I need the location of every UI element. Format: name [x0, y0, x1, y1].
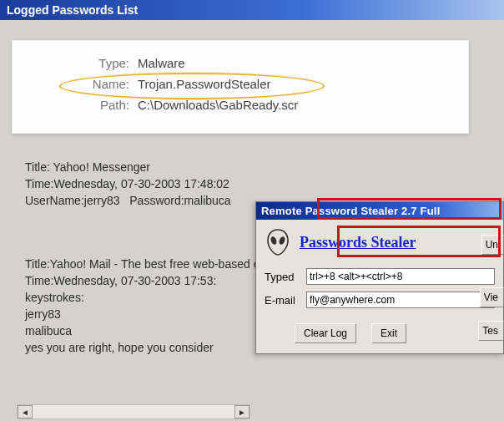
scrollbar-horizontal[interactable]: ◄ ►	[17, 404, 250, 419]
alien-icon	[265, 228, 291, 256]
typed-label: Typed	[265, 271, 301, 283]
passwords-stealer-link[interactable]: Passwords Stealer	[300, 234, 416, 251]
view-button[interactable]: Vie	[480, 287, 504, 307]
info-row-path: Path: C:\Downloads\GabReady.scr	[71, 94, 468, 115]
typed-input[interactable]	[306, 268, 495, 285]
child-window: Remote Password Stealer 2.7 Full Passwor…	[255, 201, 504, 354]
info-label: Path:	[71, 98, 138, 112]
child-window-titlebar: Remote Password Stealer 2.7 Full	[256, 202, 503, 220]
exit-button[interactable]: Exit	[371, 323, 406, 343]
test-button[interactable]: Tes	[478, 321, 504, 341]
window-titlebar: Logged Passwords List	[0, 0, 504, 20]
svg-point-0	[270, 236, 277, 246]
scroll-left-arrow[interactable]: ◄	[18, 405, 33, 418]
window-title: Logged Passwords List	[7, 3, 138, 17]
child-window-title: Remote Password Stealer 2.7 Full	[261, 205, 440, 217]
info-label: Type:	[71, 56, 138, 70]
info-row-name: Name: Trojan.PasswordStealer	[71, 74, 468, 94]
svg-point-1	[278, 236, 285, 246]
email-label: E-mail	[265, 294, 301, 307]
email-input[interactable]	[306, 292, 495, 308]
info-value: Trojan.PasswordStealer	[138, 77, 271, 91]
info-label: Name:	[71, 77, 138, 91]
clear-log-button[interactable]: Clear Log	[295, 323, 356, 343]
unregister-button[interactable]: Un	[481, 235, 504, 255]
info-value: Malware	[138, 56, 185, 70]
info-row-type: Type: Malware	[71, 53, 468, 74]
info-value: C:\Downloads\GabReady.scr	[138, 98, 298, 112]
scroll-right-arrow[interactable]: ►	[234, 405, 249, 418]
info-card: Type: Malware Name: Trojan.PasswordSteal…	[12, 40, 469, 134]
